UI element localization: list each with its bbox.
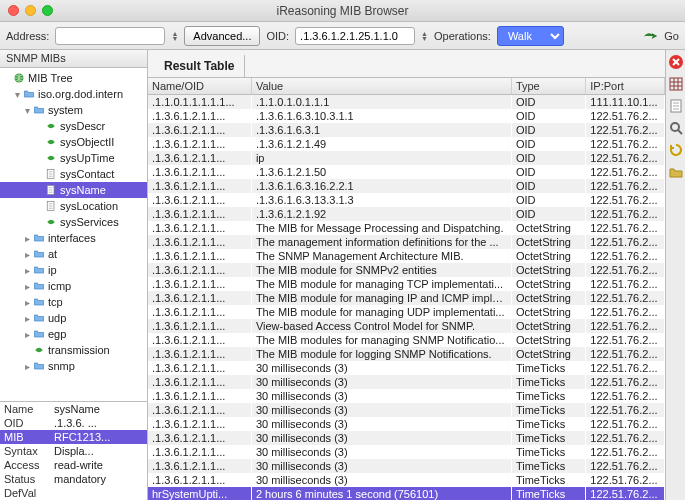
address-input[interactable] (55, 27, 165, 45)
twisty-icon[interactable]: ▸ (22, 265, 32, 276)
prop-row[interactable]: NamesysName (0, 402, 147, 416)
cell: 122.51.76.2... (586, 249, 665, 263)
minimize-icon[interactable] (25, 5, 36, 16)
prop-row[interactable]: Statusmandatory (0, 472, 147, 486)
table-row[interactable]: .1.3.6.1.2.1.1....1.3.6.1.2.1.50OID122.5… (148, 165, 665, 179)
go-button[interactable]: Go (643, 29, 679, 43)
oid-stepper[interactable]: ▲▼ (421, 31, 428, 41)
twisty-icon[interactable]: ▸ (22, 329, 32, 340)
tree-item[interactable]: ▸sysName (0, 182, 147, 198)
tree-item[interactable]: ▸egp (0, 326, 147, 342)
oid-input[interactable] (295, 27, 415, 45)
table-row[interactable]: .1.3.6.1.2.1.1...The MIB module for mana… (148, 277, 665, 291)
table-row[interactable]: .1.3.6.1.2.1.1...30 milliseconds (3)Time… (148, 375, 665, 389)
refresh-icon[interactable] (668, 142, 684, 158)
table-row[interactable]: .1.3.6.1.2.1.1...The MIB module for mana… (148, 291, 665, 305)
cell: 122.51.76.2... (586, 193, 665, 207)
table-row[interactable]: .1.3.6.1.2.1.1...The management informat… (148, 235, 665, 249)
prop-row[interactable]: OID.1.3.6. ... (0, 416, 147, 430)
grid-icon[interactable] (668, 76, 684, 92)
tree-item[interactable]: ▸ip (0, 262, 147, 278)
table-row[interactable]: .1.3.6.1.2.1.1....1.3.6.1.6.3.13.3.1.3OI… (148, 193, 665, 207)
mib-tree[interactable]: ▸MIB Tree▾iso.org.dod.intern▾system▸sysD… (0, 68, 147, 401)
tree-item[interactable]: ▸sysDescr (0, 118, 147, 134)
tree-item[interactable]: ▸sysContact (0, 166, 147, 182)
tree-item[interactable]: ▸sysLocation (0, 198, 147, 214)
tree-item[interactable]: ▸sysServices (0, 214, 147, 230)
tree-item[interactable]: ▸udp (0, 310, 147, 326)
table-row[interactable]: .1.3.6.1.2.1.1...30 milliseconds (3)Time… (148, 417, 665, 431)
table-row[interactable]: .1.3.6.1.2.1.1...30 milliseconds (3)Time… (148, 361, 665, 375)
column-header[interactable]: Type (511, 78, 585, 95)
maximize-icon[interactable] (42, 5, 53, 16)
table-row[interactable]: .1.3.6.1.2.1.1....1.3.6.1.6.3.1OID122.51… (148, 123, 665, 137)
cell: .1.3.6.1.2.1.92 (251, 207, 511, 221)
twisty-icon[interactable]: ▸ (22, 361, 32, 372)
table-row[interactable]: .1.3.6.1.2.1.1...30 milliseconds (3)Time… (148, 389, 665, 403)
result-table-wrap[interactable]: Name/OIDValueTypeIP:Port .1.1.0.1.1.1.1.… (148, 78, 665, 500)
tree-item[interactable]: ▸transmission (0, 342, 147, 358)
twisty-icon[interactable]: ▸ (22, 281, 32, 292)
tree-item[interactable]: ▾iso.org.dod.intern (0, 86, 147, 102)
folder-open-icon[interactable] (668, 164, 684, 180)
table-row[interactable]: .1.3.6.1.2.1.1...The SNMP Management Arc… (148, 249, 665, 263)
tab-result-table[interactable]: Result Table (154, 55, 245, 77)
twisty-icon[interactable]: ▸ (22, 313, 32, 324)
table-row[interactable]: .1.3.6.1.2.1.1....1.3.6.1.2.1.92OID122.5… (148, 207, 665, 221)
advanced-button[interactable]: Advanced... (184, 26, 260, 46)
cell: 122.51.76.2... (586, 487, 665, 500)
cell: OID (511, 137, 585, 151)
tree-item[interactable]: ▾system (0, 102, 147, 118)
tree-item[interactable]: ▸snmp (0, 358, 147, 374)
search-icon[interactable] (668, 120, 684, 136)
table-row[interactable]: .1.3.6.1.2.1.1....1.3.6.1.6.3.10.3.1.1OI… (148, 109, 665, 123)
prop-row[interactable]: SyntaxDispla... (0, 444, 147, 458)
tree-item[interactable]: ▸sysObjectII (0, 134, 147, 150)
table-row[interactable]: .1.3.6.1.2.1.1....1.3.6.1.2.1.49OID122.5… (148, 137, 665, 151)
twisty-icon[interactable]: ▸ (22, 297, 32, 308)
tree-label: icmp (46, 280, 71, 292)
column-header[interactable]: IP:Port (586, 78, 665, 95)
prop-row[interactable]: MIBRFC1213... (0, 430, 147, 444)
prop-row[interactable]: DefVal (0, 486, 147, 500)
cell: 122.51.76.2... (586, 375, 665, 389)
prop-row[interactable]: Accessread-write (0, 458, 147, 472)
tree-item[interactable]: ▸icmp (0, 278, 147, 294)
table-row[interactable]: .1.3.6.1.2.1.1...30 milliseconds (3)Time… (148, 403, 665, 417)
twisty-icon[interactable]: ▸ (22, 249, 32, 260)
table-row[interactable]: .1.3.6.1.2.1.1...The MIB modules for man… (148, 333, 665, 347)
table-row[interactable]: .1.3.6.1.2.1.1....1.3.6.1.6.3.16.2.2.1OI… (148, 179, 665, 193)
twisty-icon[interactable]: ▾ (12, 89, 22, 100)
table-row[interactable]: .1.1.0.1.1.1.1.1....1.1.0.1.0.1.1.1OID11… (148, 95, 665, 110)
cell: OctetString (511, 305, 585, 319)
twisty-icon[interactable]: ▸ (22, 233, 32, 244)
table-row[interactable]: .1.3.6.1.2.1.1...The MIB module for SNMP… (148, 263, 665, 277)
table-row[interactable]: .1.3.6.1.2.1.1...30 milliseconds (3)Time… (148, 431, 665, 445)
address-stepper[interactable]: ▲▼ (171, 31, 178, 41)
column-header[interactable]: Value (251, 78, 511, 95)
cell: .1.3.6.1.2.1.1... (148, 459, 251, 473)
table-row[interactable]: .1.3.6.1.2.1.1...30 milliseconds (3)Time… (148, 445, 665, 459)
operations-select[interactable]: Walk (497, 26, 564, 46)
tree-item[interactable]: ▸interfaces (0, 230, 147, 246)
close-icon[interactable] (8, 5, 19, 16)
tree-item[interactable]: ▸at (0, 246, 147, 262)
cell: OID (511, 207, 585, 221)
tree-item[interactable]: ▸tcp (0, 294, 147, 310)
delete-icon[interactable] (668, 54, 684, 70)
table-row[interactable]: .1.3.6.1.2.1.1...The MIB for Message Pro… (148, 221, 665, 235)
column-header[interactable]: Name/OID (148, 78, 251, 95)
table-row[interactable]: .1.3.6.1.2.1.1...The MIB module for logg… (148, 347, 665, 361)
table-row[interactable]: .1.3.6.1.2.1.1...ipOID122.51.76.2... (148, 151, 665, 165)
twisty-icon[interactable]: ▾ (22, 105, 32, 116)
cell: 122.51.76.2... (586, 459, 665, 473)
table-row[interactable]: .1.3.6.1.2.1.1...The MIB module for mana… (148, 305, 665, 319)
tree-item[interactable]: ▸sysUpTime (0, 150, 147, 166)
document-icon[interactable] (668, 98, 684, 114)
tree-item[interactable]: ▸MIB Tree (0, 70, 147, 86)
table-row[interactable]: hrSystemUpti...2 hours 6 minutes 1 secon… (148, 487, 665, 500)
table-row[interactable]: .1.3.6.1.2.1.1...30 milliseconds (3)Time… (148, 473, 665, 487)
table-row[interactable]: .1.3.6.1.2.1.1...30 milliseconds (3)Time… (148, 459, 665, 473)
cell: OID (511, 109, 585, 123)
table-row[interactable]: .1.3.6.1.2.1.1...View-based Access Contr… (148, 319, 665, 333)
